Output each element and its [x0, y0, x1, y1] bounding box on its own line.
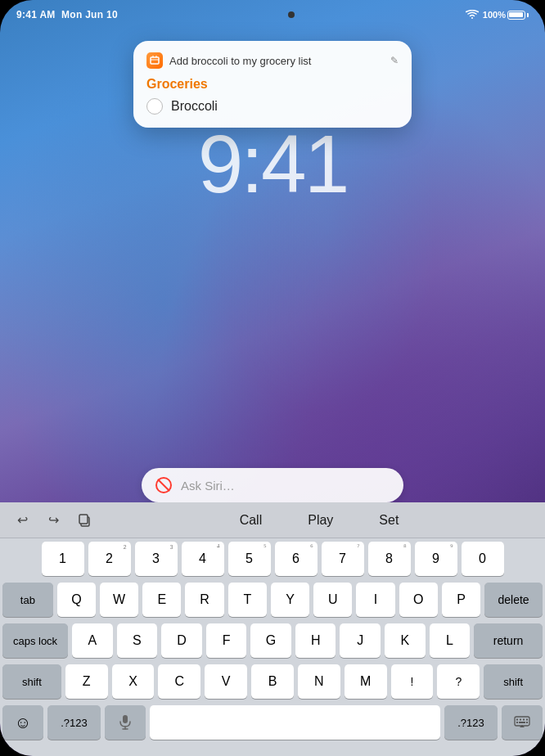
key-p[interactable]: P [442, 583, 480, 617]
key-x[interactable]: X [112, 664, 155, 699]
notif-item-row: Broccoli [146, 98, 399, 115]
key-u[interactable]: U [313, 583, 352, 617]
notif-title: Add broccoli to my grocery list [169, 55, 311, 67]
svg-rect-11 [515, 717, 529, 726]
key-c[interactable]: C [158, 664, 200, 699]
key-shift-left[interactable]: shift [2, 664, 61, 699]
redo-button[interactable]: ↪ [41, 508, 65, 533]
notif-list-name: Groceries [146, 77, 399, 92]
key-tab[interactable]: tab [2, 583, 53, 617]
key-7[interactable]: 7⁷ [322, 542, 364, 576]
key-delete[interactable]: delete [484, 583, 543, 617]
key-1[interactable]: 1 [42, 542, 84, 576]
key-b[interactable]: B [251, 664, 294, 699]
clock-time: 9:41 [0, 123, 545, 205]
key-d[interactable]: D [161, 623, 202, 658]
notif-checkbox[interactable] [146, 98, 163, 115]
key-y[interactable]: Y [271, 583, 309, 617]
edit-icon[interactable]: ✎ [390, 55, 399, 66]
key-numbers-right[interactable]: .?123 [444, 705, 498, 740]
battery-tip [527, 13, 529, 17]
key-9[interactable]: 9⁹ [415, 542, 457, 576]
key-capslock[interactable]: caps lock [2, 623, 68, 658]
key-k[interactable]: K [385, 623, 426, 658]
notif-app-icon [146, 52, 163, 69]
notif-item-name: Broccoli [171, 99, 218, 114]
keyboard-keys: 1 2² 3³ 4⁴ 5⁵ 6⁶ 7⁷ [0, 538, 545, 741]
key-question[interactable]: ? [437, 664, 480, 699]
status-bar: 9:41 AM Mon Jun 10 100% [0, 0, 545, 25]
toolbar-call-button[interactable]: Call [233, 510, 269, 531]
undo-button[interactable]: ↩ [10, 508, 34, 533]
copy-button[interactable] [72, 508, 97, 533]
key-t[interactable]: T [228, 583, 267, 617]
number-row: 1 2² 3³ 4⁴ 5⁵ 6⁶ 7⁷ [2, 542, 543, 576]
svg-rect-18 [526, 722, 528, 723]
toolbar-center: Call Play Set [103, 510, 535, 531]
key-5[interactable]: 5⁵ [228, 542, 271, 576]
svg-rect-7 [79, 515, 88, 524]
key-shift-right[interactable]: shift [484, 664, 543, 699]
notif-header-left: Add broccoli to my grocery list [146, 52, 311, 69]
key-n[interactable]: N [298, 664, 340, 699]
front-camera [288, 11, 295, 18]
keyboard-toolbar: ↩ ↪ Call Play Set [0, 502, 545, 538]
notification-card[interactable]: Add broccoli to my grocery list ✎ Grocer… [133, 41, 412, 128]
key-j[interactable]: J [340, 623, 381, 658]
clock-display: 9:41 [0, 123, 545, 205]
battery-fill [509, 12, 523, 17]
key-exclaim[interactable]: ! [391, 664, 434, 699]
key-o[interactable]: O [399, 583, 438, 617]
zxcv-row: shift Z X C V B N M ! ? shift [2, 664, 543, 699]
siri-placeholder: Ask Siri… [181, 479, 235, 493]
key-0[interactable]: 0 [462, 542, 504, 576]
key-i[interactable]: I [356, 583, 394, 617]
key-space[interactable] [150, 705, 440, 740]
key-v[interactable]: V [205, 664, 247, 699]
key-h[interactable]: H [295, 623, 336, 658]
siri-bar[interactable]: Ask Siri… [142, 468, 403, 502]
battery-indicator: 100% [483, 10, 529, 20]
key-g[interactable]: G [250, 623, 291, 658]
key-a[interactable]: A [72, 623, 113, 658]
siri-icon [155, 476, 173, 494]
key-e[interactable]: E [142, 583, 181, 617]
battery-body [507, 11, 525, 20]
key-return[interactable]: return [474, 623, 543, 658]
qwerty-row: tab Q W E R T Y U I O P delete [2, 583, 543, 617]
svg-line-5 [159, 480, 169, 491]
toolbar-play-button[interactable]: Play [301, 510, 340, 531]
svg-rect-15 [526, 719, 528, 721]
key-z[interactable]: Z [65, 664, 108, 699]
key-4[interactable]: 4⁴ [182, 542, 224, 576]
key-8[interactable]: 8⁸ [368, 542, 411, 576]
key-emoji[interactable]: ☺ [2, 705, 43, 740]
battery-percent: 100% [483, 10, 506, 20]
key-mic[interactable] [105, 705, 146, 740]
notif-header: Add broccoli to my grocery list ✎ [146, 52, 399, 69]
key-2[interactable]: 2² [88, 542, 131, 576]
bottom-row: ☺ .?123 .?123 [2, 705, 543, 740]
key-keyboard[interactable] [502, 705, 543, 740]
svg-rect-13 [520, 719, 521, 721]
svg-rect-17 [519, 722, 525, 723]
key-3[interactable]: 3³ [135, 542, 178, 576]
svg-rect-8 [123, 715, 128, 723]
siri-bar-container[interactable]: Ask Siri… [142, 468, 403, 502]
key-s[interactable]: S [117, 623, 158, 658]
key-r[interactable]: R [185, 583, 223, 617]
key-w[interactable]: W [100, 583, 138, 617]
ipad-frame: 9:41 AM Mon Jun 10 100% [0, 0, 545, 756]
key-q[interactable]: Q [57, 583, 96, 617]
toolbar-left: ↩ ↪ [10, 508, 97, 533]
svg-rect-12 [516, 719, 518, 721]
key-numbers-left[interactable]: .?123 [47, 705, 101, 740]
key-f[interactable]: F [206, 623, 247, 658]
key-l[interactable]: L [430, 623, 471, 658]
svg-rect-0 [151, 57, 159, 64]
svg-rect-16 [516, 722, 518, 723]
key-6[interactable]: 6⁶ [275, 542, 318, 576]
status-time: 9:41 AM Mon Jun 10 [16, 9, 118, 20]
toolbar-set-button[interactable]: Set [372, 510, 405, 531]
key-m[interactable]: M [345, 664, 387, 699]
